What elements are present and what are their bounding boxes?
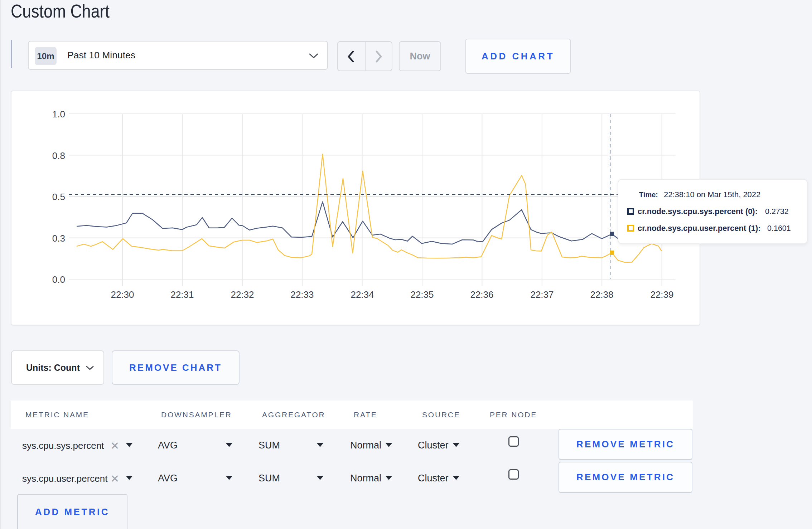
svg-text:0.5: 0.5 (52, 191, 65, 202)
svg-text:22:35: 22:35 (410, 289, 434, 300)
svg-text:0.3: 0.3 (52, 233, 65, 244)
svg-text:22:30: 22:30 (111, 289, 134, 300)
svg-text:1.0: 1.0 (52, 109, 65, 120)
svg-text:22:32: 22:32 (231, 289, 254, 300)
svg-text:0.8: 0.8 (52, 150, 65, 161)
svg-text:22:38: 22:38 (590, 289, 613, 300)
svg-text:22:31: 22:31 (170, 289, 194, 300)
svg-text:22:37: 22:37 (530, 289, 554, 300)
svg-text:22:36: 22:36 (470, 289, 493, 300)
svg-text:22:33: 22:33 (290, 289, 314, 300)
svg-text:22:34: 22:34 (351, 289, 374, 300)
svg-text:0.0: 0.0 (52, 274, 65, 285)
svg-text:22:39: 22:39 (650, 289, 673, 300)
